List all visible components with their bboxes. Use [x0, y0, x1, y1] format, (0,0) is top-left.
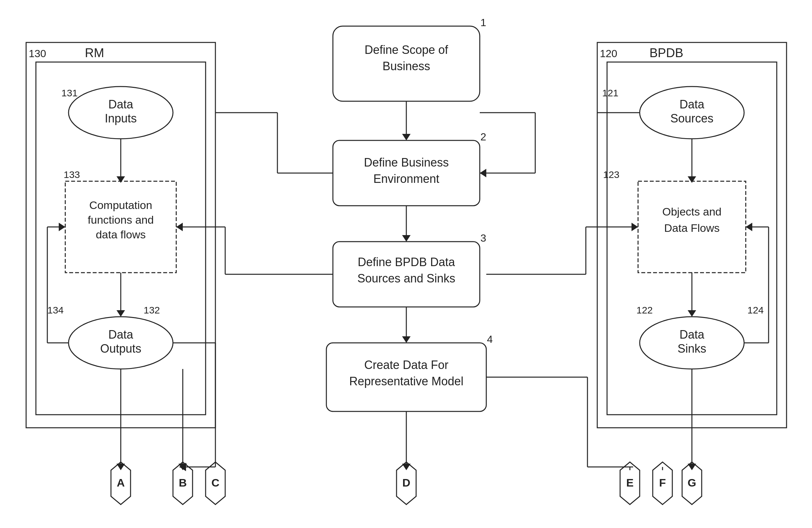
data-sinks-text1: Data: [680, 328, 705, 341]
objects-id: 123: [603, 169, 620, 180]
node2-id: 2: [480, 131, 486, 143]
create-data-text1: Create Data For: [364, 358, 448, 372]
bpdb-to-rm-arrow: [176, 223, 183, 231]
data-sinks-id2: 124: [748, 305, 764, 315]
feedback-arrow-head: [59, 223, 65, 231]
define-bpdb-text2: Sources and Sinks: [357, 272, 455, 285]
computation-text2: functions and: [88, 214, 154, 226]
define-bpdb-text1: Define BPDB Data: [358, 255, 455, 269]
arrow-2-3-head: [402, 235, 410, 242]
connector-C-label: C: [212, 476, 220, 489]
data-outputs-text1: Data: [108, 328, 133, 341]
define-biz-env-text2: Environment: [373, 172, 439, 185]
data-sinks-id: 122: [636, 305, 653, 315]
bpdb-id-label: 120: [600, 48, 617, 59]
arrow-sources-objects-head: [688, 176, 696, 183]
connector-D-label: D: [402, 476, 410, 489]
data-sources-id: 121: [602, 87, 619, 98]
node4-id: 4: [487, 333, 493, 345]
define-scope-text-line2: Business: [382, 59, 430, 73]
node3-id: 3: [480, 232, 486, 244]
data-sources-text1: Data: [680, 98, 705, 111]
connector-E-label: E: [626, 476, 634, 489]
connector-A-label: A: [117, 476, 125, 489]
data-outputs-text2: Outputs: [100, 342, 141, 355]
define-scope-text-line1: Define Scope of: [365, 43, 448, 57]
computation-id: 133: [64, 169, 80, 180]
define-biz-env-text1: Define Business: [364, 156, 449, 169]
data-inputs-text2: Inputs: [105, 112, 137, 125]
arrow-inputs-comp-head: [117, 176, 125, 183]
objects-text2: Data Flows: [664, 222, 720, 234]
data-inputs-text1: Data: [108, 98, 133, 111]
bpdb-center-to-bpdb-arrow: [632, 223, 638, 231]
rm-output-id: 132: [144, 305, 160, 315]
arrow-1-2-head: [402, 134, 410, 140]
create-data-text2: Representative Model: [349, 374, 463, 388]
computation-box: [65, 181, 176, 273]
node1-id: 1: [480, 17, 486, 28]
objects-text1: Objects and: [662, 205, 721, 218]
arrow-objects-sinks-head: [688, 310, 696, 317]
data-sinks-text2: Sinks: [678, 342, 706, 355]
data-outputs-id: 134: [47, 305, 64, 315]
bpdb-label: BPDB: [650, 46, 683, 60]
computation-text1: Computation: [89, 199, 153, 211]
computation-text3: data flows: [96, 228, 146, 241]
diagram-svg: RM 130 BPDB 120 Define Scope of Business…: [0, 0, 812, 528]
sources-to-center-arrow: [480, 169, 486, 177]
arrow-3-4-head: [402, 336, 410, 343]
data-sources-text2: Sources: [670, 112, 713, 125]
bpdb-feedback-arrow: [746, 223, 752, 231]
connector-B-label: B: [179, 476, 187, 489]
diagram-container: RM 130 BPDB 120 Define Scope of Business…: [0, 0, 812, 528]
rm-id-label: 130: [29, 48, 46, 59]
connector-G-label: G: [688, 476, 696, 489]
rm-label: RM: [85, 46, 104, 60]
data-inputs-id: 131: [61, 87, 78, 98]
arrow-comp-outputs-head: [117, 310, 125, 317]
connector-F-label: F: [659, 476, 666, 489]
